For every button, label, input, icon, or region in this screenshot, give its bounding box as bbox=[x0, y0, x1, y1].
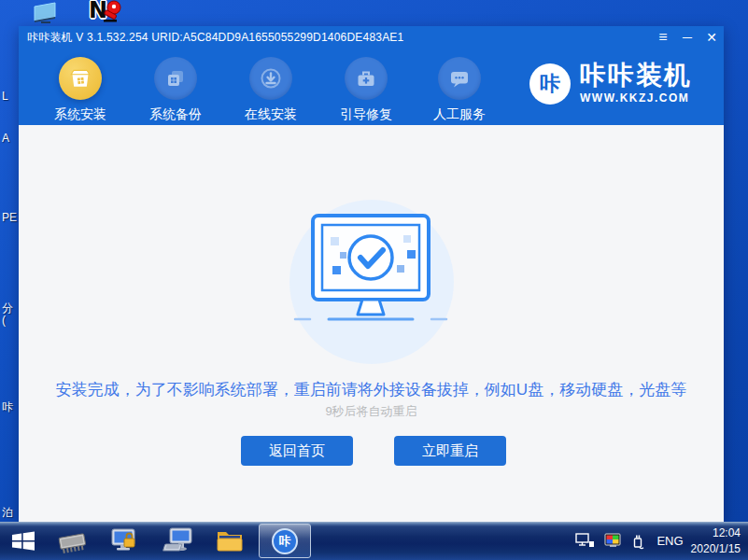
clock-time: 12:04 bbox=[691, 525, 741, 540]
title-bar: 咔咔装机 V 3.1.532.254 URID:A5C84DD9A1655055… bbox=[19, 26, 724, 49]
nav-bar: 系统安装 系统备份 bbox=[19, 49, 724, 125]
brand-logo: 咔 咔咔装机 WWW.KKZJ.COM bbox=[529, 63, 692, 105]
desktop-partial-label: 泊 bbox=[2, 505, 20, 521]
network-icon[interactable] bbox=[575, 533, 595, 549]
desktop-numlock-key-icon[interactable]: N bbox=[89, 0, 132, 25]
boot-repair-toolbox-icon bbox=[345, 57, 388, 100]
monitor-success-icon bbox=[288, 214, 456, 326]
display-settings-icon[interactable] bbox=[604, 533, 622, 549]
language-indicator[interactable]: ENG bbox=[656, 534, 683, 548]
taskbar: 咔 ENG 12:04 2020/1/15 bbox=[0, 522, 748, 560]
kaka-installer-window: 咔咔装机 V 3.1.532.254 URID:A5C84DD9A1655055… bbox=[19, 26, 724, 522]
desktop-partial-label: PE bbox=[2, 211, 20, 224]
nav-item-system-install[interactable]: 系统安装 bbox=[41, 57, 120, 123]
taskbar-locked-display-app-icon[interactable] bbox=[109, 526, 139, 560]
desktop-display-icon[interactable] bbox=[30, 2, 60, 26]
nav-item-online-install[interactable]: 在线安装 bbox=[232, 57, 310, 123]
red-key-icon bbox=[102, 0, 130, 25]
online-download-icon bbox=[249, 57, 292, 100]
back-home-button[interactable]: 返回首页 bbox=[241, 436, 353, 466]
kaka-logo-icon: 咔 bbox=[529, 63, 571, 105]
taskbar-keyboard-display-app-icon[interactable] bbox=[162, 526, 194, 560]
nav-label: 人工服务 bbox=[420, 106, 499, 123]
menu-button[interactable]: ≡ bbox=[651, 26, 675, 49]
system-tray: ENG 12:04 2020/1/15 bbox=[571, 522, 744, 560]
brand-name: 咔咔装机 bbox=[580, 63, 692, 89]
desktop-partial-label: 咔 bbox=[2, 399, 20, 415]
main-content: 安装完成，为了不影响系统部署，重启前请将外接设备拔掉，例如U盘，移动硬盘，光盘等… bbox=[19, 125, 724, 522]
nav-label: 系统安装 bbox=[41, 106, 120, 123]
completion-message: 安装完成，为了不影响系统部署，重启前请将外接设备拔掉，例如U盘，移动硬盘，光盘等 bbox=[19, 379, 724, 400]
desktop-partial-label: L bbox=[2, 90, 20, 103]
start-button[interactable] bbox=[10, 529, 35, 556]
nav-item-boot-repair[interactable]: 引导修复 bbox=[327, 57, 405, 123]
clock-date: 2020/1/15 bbox=[691, 541, 741, 556]
nav-item-system-backup[interactable]: 系统备份 bbox=[136, 57, 215, 123]
window-title: 咔咔装机 V 3.1.532.254 URID:A5C84DD9A1655055… bbox=[27, 30, 403, 46]
usb-device-icon[interactable] bbox=[631, 533, 644, 550]
taskbar-folder-icon[interactable] bbox=[216, 528, 244, 557]
brand-website: WWW.KKZJ.COM bbox=[580, 91, 692, 105]
close-button[interactable]: ✕ bbox=[699, 26, 724, 49]
install-box-icon bbox=[59, 57, 102, 100]
nav-label: 在线安装 bbox=[232, 106, 310, 123]
desktop: { "desktop": { "numlock_letter": "N", "p… bbox=[0, 0, 748, 560]
kaka-logo-icon: 咔 bbox=[272, 528, 298, 554]
desktop-partial-label: A bbox=[2, 132, 20, 145]
taskbar-chip-app-icon[interactable] bbox=[56, 529, 90, 559]
taskbar-clock[interactable]: 12:04 2020/1/15 bbox=[691, 525, 741, 555]
backup-copies-icon bbox=[154, 57, 197, 100]
auto-restart-countdown: 9秒后将自动重启 bbox=[19, 403, 724, 420]
taskbar-kaka-active-app[interactable]: 咔 bbox=[259, 524, 311, 558]
support-chat-icon bbox=[438, 57, 481, 100]
minimize-button[interactable]: ─ bbox=[675, 26, 699, 49]
nav-item-support[interactable]: 人工服务 bbox=[420, 57, 499, 123]
nav-label: 引导修复 bbox=[327, 106, 405, 123]
nav-label: 系统备份 bbox=[136, 106, 215, 123]
window-controls: ≡ ─ ✕ bbox=[651, 26, 724, 49]
desktop-partial-label: ( bbox=[2, 314, 20, 327]
restart-now-button[interactable]: 立即重启 bbox=[394, 436, 506, 466]
